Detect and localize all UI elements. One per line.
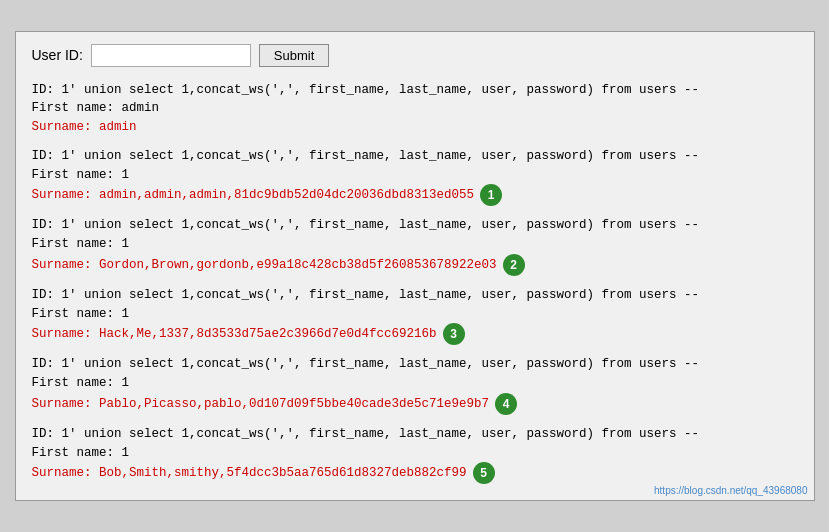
result-badge: 5 bbox=[473, 462, 495, 484]
result-id-line: ID: 1' union select 1,concat_ws(',', fir… bbox=[32, 216, 798, 235]
result-badge: 4 bbox=[495, 393, 517, 415]
result-badge: 2 bbox=[503, 254, 525, 276]
userid-label: User ID: bbox=[32, 47, 83, 63]
surname-text: Surname: admin bbox=[32, 118, 137, 137]
watermark: https://blog.csdn.net/qq_43968080 bbox=[654, 485, 807, 496]
result-block: ID: 1' union select 1,concat_ws(',', fir… bbox=[32, 216, 798, 276]
result-block: ID: 1' union select 1,concat_ws(',', fir… bbox=[32, 286, 798, 346]
surname-text: Surname: Hack,Me,1337,8d3533d75ae2c3966d… bbox=[32, 325, 437, 344]
surname-text: Surname: Bob,Smith,smithy,5f4dcc3b5aa765… bbox=[32, 464, 467, 483]
surname-text: Surname: Gordon,Brown,gordonb,e99a18c428… bbox=[32, 256, 497, 275]
result-badge: 3 bbox=[443, 323, 465, 345]
result-badge: 1 bbox=[480, 184, 502, 206]
result-id-line: ID: 1' union select 1,concat_ws(',', fir… bbox=[32, 425, 798, 444]
result-first-line: First name: 1 bbox=[32, 305, 798, 324]
result-surname-line: Surname: Gordon,Brown,gordonb,e99a18c428… bbox=[32, 254, 798, 276]
form-row: User ID: Submit bbox=[32, 44, 798, 67]
result-block: ID: 1' union select 1,concat_ws(',', fir… bbox=[32, 355, 798, 415]
result-surname-line: Surname: admin bbox=[32, 118, 798, 137]
main-container: User ID: Submit ID: 1' union select 1,co… bbox=[15, 31, 815, 502]
result-block: ID: 1' union select 1,concat_ws(',', fir… bbox=[32, 147, 798, 207]
surname-text: Surname: admin,admin,admin,81dc9bdb52d04… bbox=[32, 186, 475, 205]
result-first-line: First name: 1 bbox=[32, 235, 798, 254]
result-surname-line: Surname: Bob,Smith,smithy,5f4dcc3b5aa765… bbox=[32, 462, 798, 484]
result-id-line: ID: 1' union select 1,concat_ws(',', fir… bbox=[32, 81, 798, 100]
result-id-line: ID: 1' union select 1,concat_ws(',', fir… bbox=[32, 147, 798, 166]
result-surname-line: Surname: Pablo,Picasso,pablo,0d107d09f5b… bbox=[32, 393, 798, 415]
result-id-line: ID: 1' union select 1,concat_ws(',', fir… bbox=[32, 286, 798, 305]
result-first-line: First name: 1 bbox=[32, 444, 798, 463]
submit-button[interactable]: Submit bbox=[259, 44, 329, 67]
result-first-line: First name: 1 bbox=[32, 166, 798, 185]
result-surname-line: Surname: admin,admin,admin,81dc9bdb52d04… bbox=[32, 184, 798, 206]
results-container: ID: 1' union select 1,concat_ws(',', fir… bbox=[32, 81, 798, 485]
userid-input[interactable] bbox=[91, 44, 251, 67]
surname-text: Surname: Pablo,Picasso,pablo,0d107d09f5b… bbox=[32, 395, 490, 414]
result-block: ID: 1' union select 1,concat_ws(',', fir… bbox=[32, 81, 798, 137]
result-surname-line: Surname: Hack,Me,1337,8d3533d75ae2c3966d… bbox=[32, 323, 798, 345]
result-id-line: ID: 1' union select 1,concat_ws(',', fir… bbox=[32, 355, 798, 374]
result-first-line: First name: admin bbox=[32, 99, 798, 118]
result-block: ID: 1' union select 1,concat_ws(',', fir… bbox=[32, 425, 798, 485]
result-first-line: First name: 1 bbox=[32, 374, 798, 393]
